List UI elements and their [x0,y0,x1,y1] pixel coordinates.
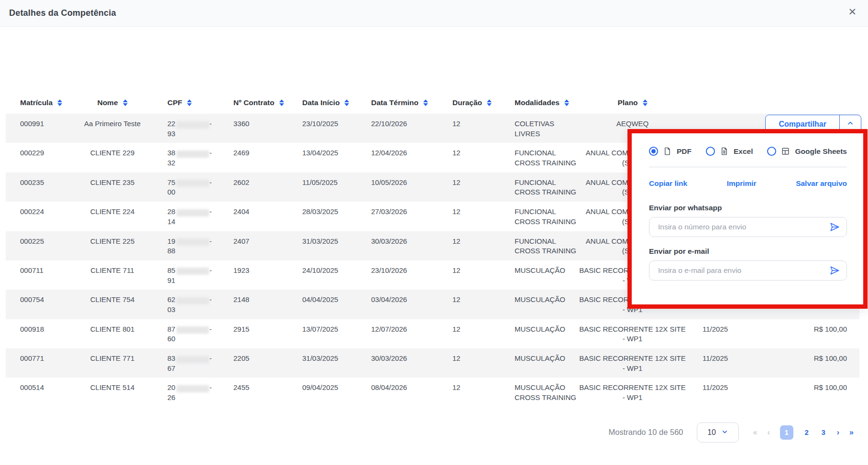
modal-header: Detalhes da Competência ✕ [0,0,868,27]
radio-unselected-icon[interactable] [767,147,776,156]
send-email-icon[interactable] [829,265,840,278]
radio-unselected-icon[interactable] [706,147,715,156]
cell-data-inicio: 24/10/2025 [287,260,354,290]
showing-count-text: Mostrando 10 de 560 [609,428,683,437]
chevron-up-icon [847,120,854,129]
cell-matricula: 000514 [6,378,77,407]
email-section-label: Enviar por e-mail [649,247,847,256]
format-option-excel[interactable]: Excel [706,147,753,156]
last-page-button[interactable]: » [849,428,854,437]
table-footer: Mostrando 10 de 560 10 « ‹ 123 › » [0,422,854,443]
export-format-options: PDFExcelGoogle Sheets [649,147,847,156]
cpf-redacted-block [176,356,209,363]
sort-icon[interactable] [564,99,569,107]
cell-data-termino: 30/03/2026 [354,231,435,260]
column-header-plano[interactable]: Plano [579,94,686,114]
cell-valor: R$ 100,00 [760,348,859,378]
next-page-button[interactable]: › [837,428,839,437]
send-whatsapp-icon[interactable] [829,222,840,234]
cell-nome: CLIENTE 801 [77,319,148,348]
whatsapp-section-label: Enviar por whatsapp [649,204,847,212]
cell-duracao: 12 [435,231,497,260]
cell-data-inicio: 09/04/2025 [287,378,354,407]
cell-cpf: 83-67 [148,348,215,378]
cell-data-inicio: 23/10/2025 [287,114,354,143]
column-header-label: Data Término [371,98,418,107]
cpf-visible-start: 87 [167,325,176,333]
page-size-select[interactable]: 10 [697,422,739,443]
column-header-data-in-cio[interactable]: Data Início [287,94,354,114]
cpf-redacted-block [176,121,209,129]
radio-selected-icon[interactable] [649,147,658,156]
cell-cpf: 20-26 [148,378,215,407]
column-header-cpf[interactable]: CPF [148,94,215,114]
cell-matricula: 000224 [6,202,77,231]
modal-title: Detalhes da Competência [9,8,116,18]
cpf-visible-end: 93 [167,130,176,138]
cpf-visible-start: 38 [167,149,176,157]
column-header-dura-o[interactable]: Duração [435,94,497,114]
cell-data-termino: 27/03/2026 [354,202,435,231]
whatsapp-send-box [649,217,847,237]
cell-data-termino: 22/10/2026 [354,114,435,143]
table-header-row: MatrículaNomeCPFNº ContratoData InícioDa… [6,94,859,114]
format-label: Excel [734,147,753,156]
cell-modalidades: FUNCIONAL CROSS TRAINING [497,173,579,202]
cell-contrato: 3360 [215,114,287,143]
share-panel-body: PDFExcelGoogle Sheets Copiar linkImprimi… [632,133,863,292]
cpf-redacted-block [176,180,209,187]
cell-data-inicio: 13/07/2025 [287,319,354,348]
cell-valor: R$ 100,00 [760,378,859,407]
cell-duracao: 12 [435,260,497,290]
sort-icon[interactable] [643,99,648,107]
cpf-redacted-block [176,151,209,158]
cell-competencia: 11/2025 [686,319,760,348]
cell-data-inicio: 28/03/2025 [287,202,354,231]
action-link-copiar-link[interactable]: Copiar link [649,179,687,188]
format-option-google-sheets[interactable]: Google Sheets [767,147,847,156]
close-icon[interactable]: ✕ [848,7,857,17]
cell-nome: CLIENTE 229 [77,143,148,172]
cell-duracao: 12 [435,143,497,172]
cell-nome: CLIENTE 771 [77,348,148,378]
cell-data-termino: 30/03/2026 [354,348,435,378]
column-header-nome[interactable]: Nome [77,94,148,114]
column-header-modalidades[interactable]: Modalidades [497,94,579,114]
action-link-imprimir[interactable]: Imprimir [727,179,757,188]
page-number-1-active[interactable]: 1 [780,425,793,440]
email-input[interactable] [649,260,847,281]
sort-icon[interactable] [487,99,492,107]
page-number-3[interactable]: 3 [820,428,827,436]
column-header-n-contrato[interactable]: Nº Contrato [215,94,287,114]
cpf-visible-start: 75 [167,178,176,186]
sort-icon[interactable] [123,99,128,107]
first-page-button[interactable]: « [753,428,758,437]
share-actions: Copiar linkImprimirSalvar arquivo [649,179,847,188]
page-number-2[interactable]: 2 [803,428,810,436]
cell-duracao: 12 [435,202,497,231]
sort-icon[interactable] [187,99,192,107]
cpf-visible-start: 85 [167,266,176,274]
cell-nome: CLIENTE 225 [77,231,148,260]
column-header-matr-cula[interactable]: Matrícula [6,94,77,114]
format-option-pdf[interactable]: PDF [649,147,692,156]
sort-icon[interactable] [423,99,428,107]
cell-duracao: 12 [435,114,497,143]
cell-nome: Aa Primeiro Teste [77,114,148,143]
cell-contrato: 2455 [215,378,287,407]
sort-icon[interactable] [344,99,349,107]
prev-page-button[interactable]: ‹ [767,428,769,437]
sort-icon[interactable] [279,99,284,107]
action-link-salvar-arquivo[interactable]: Salvar arquivo [796,179,847,188]
cell-plano: BASIC RECORRENTE 12X SITE - WP1 [579,348,686,378]
column-header-data-t-rmino[interactable]: Data Término [354,94,435,114]
sort-icon[interactable] [57,99,62,107]
cell-matricula: 000754 [6,290,77,319]
cell-data-inicio: 04/04/2025 [287,290,354,319]
cell-contrato: 2469 [215,143,287,172]
cell-duracao: 12 [435,290,497,319]
cell-matricula: 000235 [6,173,77,202]
whatsapp-number-input[interactable] [649,217,847,237]
cpf-redacted-block [176,385,209,392]
table-row: 000918CLIENTE 80187-60291513/07/202512/0… [6,319,859,348]
